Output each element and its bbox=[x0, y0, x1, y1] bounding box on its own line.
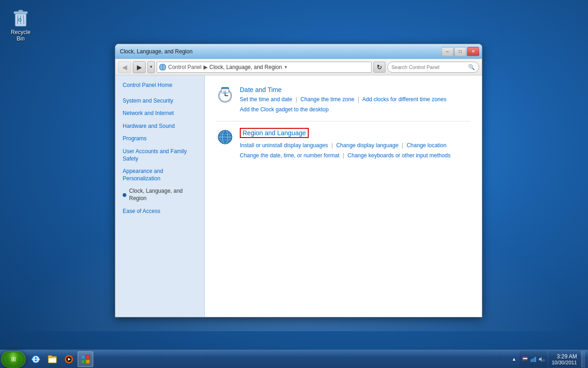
svg-rect-48 bbox=[531, 359, 532, 362]
svg-rect-50 bbox=[534, 357, 536, 362]
search-icon[interactable]: 🔍 bbox=[468, 63, 475, 71]
datetime-title[interactable]: Date and Time bbox=[240, 86, 282, 93]
sidebar-item-home[interactable]: Control Panel Home bbox=[115, 79, 204, 92]
link-change-date-format[interactable]: Change the date, time, or number format bbox=[240, 152, 339, 159]
datetime-details: Date and Time Set the time and date | Ch… bbox=[240, 86, 471, 115]
system-tray: )))) bbox=[520, 351, 547, 368]
taskbar: ⊞ bbox=[0, 350, 588, 368]
svg-text:)))): )))) bbox=[542, 359, 545, 362]
clock-date: 10/30/2011 bbox=[552, 360, 577, 365]
search-box[interactable]: 🔍 bbox=[387, 62, 479, 73]
sidebar-item-clock: Clock, Language, and Region bbox=[115, 185, 204, 205]
address-breadcrumb-current: Clock, Language, and Region bbox=[209, 64, 282, 70]
svg-text:15: 15 bbox=[223, 90, 226, 93]
main-content: 15 Date and Time Set the time and date |… bbox=[205, 75, 482, 317]
taskbar-explorer-icon[interactable] bbox=[45, 351, 60, 367]
svg-rect-2 bbox=[18, 10, 23, 12]
address-bar[interactable]: Control Panel ▶ Clock, Language, and Reg… bbox=[157, 62, 372, 73]
region-title[interactable]: Region and Language bbox=[240, 128, 309, 138]
taskbar-pinned bbox=[28, 351, 94, 367]
desktop: ♻ Recycle Bin Clock, Language, and Regio… bbox=[0, 0, 588, 368]
link-change-location[interactable]: Change location bbox=[407, 142, 447, 149]
search-input[interactable] bbox=[391, 64, 466, 70]
link-clock-gadget[interactable]: Add the Clock gadget to the desktop bbox=[240, 106, 328, 113]
recent-locations-button[interactable]: ▼ bbox=[147, 61, 155, 73]
separator bbox=[216, 121, 471, 121]
minimize-button[interactable]: – bbox=[441, 47, 453, 56]
recycle-bin-icon[interactable]: ♻ Recycle Bin bbox=[5, 5, 37, 44]
address-breadcrumb-home[interactable]: Control Panel bbox=[168, 64, 202, 70]
start-button[interactable]: ⊞ bbox=[1, 351, 26, 368]
taskbar-wmp-icon[interactable] bbox=[61, 351, 77, 367]
region-icon bbox=[216, 128, 234, 146]
tray-volume-icon[interactable]: )))) bbox=[538, 356, 545, 363]
sidebar-item-user-accounts[interactable]: User Accounts and Family Safety bbox=[115, 145, 204, 165]
window-title: Clock, Language, and Region bbox=[118, 48, 441, 55]
link-change-display-lang[interactable]: Change display language bbox=[336, 142, 398, 149]
region-details: Region and Language Install or uninstall… bbox=[240, 128, 471, 161]
sidebar-item-appearance[interactable]: Appearance and Personalization bbox=[115, 165, 204, 185]
datetime-links: Set the time and date | Change the time … bbox=[240, 95, 471, 115]
datetime-icon: 15 bbox=[216, 86, 234, 104]
svg-line-5 bbox=[23, 15, 24, 24]
forward-button[interactable]: ▶ bbox=[133, 61, 146, 73]
window-body: Control Panel Home System and Security N… bbox=[115, 75, 482, 317]
svg-rect-41 bbox=[81, 360, 85, 363]
sidebar-item-network[interactable]: Network and Internet bbox=[115, 107, 204, 120]
link-change-timezone[interactable]: Change the time zone bbox=[300, 96, 354, 103]
tray-network-icon[interactable] bbox=[530, 356, 537, 363]
svg-rect-35 bbox=[49, 358, 56, 362]
svg-rect-46 bbox=[523, 359, 527, 360]
svg-rect-44 bbox=[523, 357, 527, 358]
start-orb: ⊞ bbox=[6, 352, 20, 366]
back-button[interactable]: ◀ bbox=[118, 61, 131, 73]
window-titlebar: Clock, Language, and Region – □ ✕ bbox=[115, 44, 482, 59]
window-controls: – □ ✕ bbox=[441, 47, 479, 56]
control-panel-window: Clock, Language, and Region – □ ✕ ◀ ▶ ▼ bbox=[115, 44, 482, 317]
show-desktop-button[interactable] bbox=[582, 351, 585, 368]
sidebar-item-system[interactable]: System and Security bbox=[115, 95, 204, 108]
maximize-button[interactable]: □ bbox=[454, 47, 466, 56]
link-change-keyboards[interactable]: Change keyboards or other input methods bbox=[348, 152, 451, 159]
taskbar-controlpanel-icon[interactable] bbox=[78, 351, 93, 367]
svg-text:⊞: ⊞ bbox=[11, 356, 16, 362]
recycle-bin-label: Recycle Bin bbox=[7, 29, 34, 42]
address-icon bbox=[159, 63, 166, 71]
svg-rect-42 bbox=[86, 360, 90, 363]
category-datetime: 15 Date and Time Set the time and date |… bbox=[212, 81, 475, 119]
clock-time: 3:29 AM bbox=[557, 353, 577, 360]
sidebar-item-programs[interactable]: Programs bbox=[115, 132, 204, 145]
link-add-clocks[interactable]: Add clocks for different time zones bbox=[362, 96, 446, 103]
sidebar-item-hardware[interactable]: Hardware and Sound bbox=[115, 120, 204, 133]
window-toolbar: ◀ ▶ ▼ Control Panel ▶ Clock, Language, a… bbox=[115, 59, 482, 75]
active-indicator bbox=[123, 193, 126, 197]
taskbar-right: ▲ bbox=[510, 351, 587, 368]
svg-rect-45 bbox=[523, 358, 527, 359]
clock-display[interactable]: 3:29 AM 10/30/2011 bbox=[549, 351, 580, 368]
address-dropdown-arrow[interactable]: ▼ bbox=[284, 65, 288, 69]
region-links: Install or uninstall display languages |… bbox=[240, 141, 471, 161]
svg-rect-39 bbox=[81, 355, 85, 359]
tray-flag-icon[interactable] bbox=[521, 356, 529, 363]
link-install-languages[interactable]: Install or uninstall display languages bbox=[240, 142, 328, 149]
sidebar: Control Panel Home System and Security N… bbox=[115, 75, 205, 317]
svg-rect-40 bbox=[86, 355, 90, 359]
taskbar-ie-icon[interactable] bbox=[28, 351, 44, 367]
sidebar-item-ease[interactable]: Ease of Access bbox=[115, 205, 204, 218]
category-region: Region and Language Install or uninstall… bbox=[212, 123, 475, 165]
tray-show-hidden[interactable]: ▲ bbox=[510, 356, 518, 363]
svg-rect-49 bbox=[532, 358, 534, 362]
refresh-button[interactable]: ↻ bbox=[373, 62, 385, 73]
close-button[interactable]: ✕ bbox=[467, 47, 479, 56]
svg-marker-51 bbox=[539, 357, 542, 362]
svg-rect-34 bbox=[48, 356, 52, 357]
svg-text:♻: ♻ bbox=[17, 17, 22, 23]
link-set-time[interactable]: Set the time and date bbox=[240, 96, 292, 103]
